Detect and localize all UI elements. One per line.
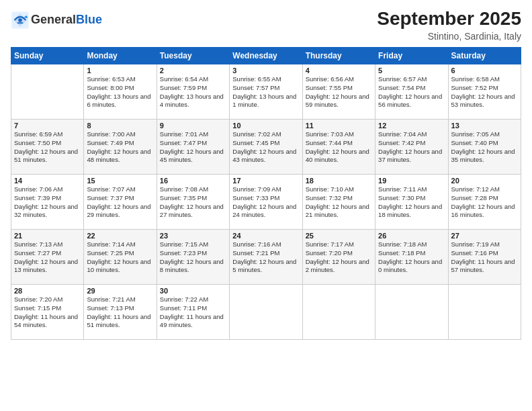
cell-date: 29 (87, 287, 153, 295)
day-header-wednesday: Wednesday (230, 48, 302, 64)
cell-date: 4 (306, 66, 372, 75)
calendar-cell: 14Sunrise: 7:06 AMSunset: 7:39 PMDayligh… (11, 175, 84, 230)
logo-text: GeneralBlue (31, 13, 102, 27)
main-title: September 2025 (377, 8, 521, 30)
cell-date: 20 (451, 177, 518, 185)
cell-date: 16 (160, 177, 226, 185)
cell-date: 28 (14, 287, 81, 295)
cell-info: Sunrise: 7:04 AMSunset: 7:42 PMDaylight:… (378, 130, 445, 165)
calendar-cell: 2Sunrise: 6:54 AMSunset: 7:59 PMDaylight… (157, 64, 229, 120)
calendar-cell: 8Sunrise: 7:00 AMSunset: 7:49 PMDaylight… (84, 120, 157, 175)
cell-info: Sunrise: 7:22 AMSunset: 7:11 PMDaylight:… (160, 295, 226, 330)
cell-date: 24 (232, 232, 299, 240)
cell-info: Sunrise: 6:55 AMSunset: 7:57 PMDaylight:… (232, 75, 299, 109)
cell-date: 27 (451, 232, 518, 240)
cell-info: Sunrise: 7:17 AMSunset: 7:20 PMDaylight:… (306, 240, 372, 275)
calendar-cell: 5Sunrise: 6:57 AMSunset: 7:54 PMDaylight… (375, 64, 448, 120)
calendar-body: 1Sunrise: 6:53 AMSunset: 8:00 PMDaylight… (11, 64, 521, 340)
day-header-saturday: Saturday (448, 48, 521, 64)
cell-date: 30 (160, 287, 226, 295)
cell-date: 23 (160, 232, 226, 240)
cell-info: Sunrise: 6:54 AMSunset: 7:59 PMDaylight:… (160, 75, 226, 109)
calendar-cell: 19Sunrise: 7:11 AMSunset: 7:30 PMDayligh… (375, 175, 448, 230)
cell-date: 11 (306, 122, 372, 130)
cell-info: Sunrise: 7:09 AMSunset: 7:33 PMDaylight:… (232, 185, 299, 220)
calendar-cell: 23Sunrise: 7:15 AMSunset: 7:23 PMDayligh… (157, 230, 229, 285)
cell-date: 5 (378, 66, 445, 75)
subtitle: Stintino, Sardinia, Italy (377, 31, 521, 42)
cell-info: Sunrise: 7:20 AMSunset: 7:15 PMDaylight:… (14, 295, 81, 330)
cell-info: Sunrise: 7:19 AMSunset: 7:16 PMDaylight:… (451, 240, 518, 275)
title-block: September 2025 Stintino, Sardinia, Italy (377, 8, 521, 42)
cell-date: 7 (14, 122, 81, 130)
calendar-cell: 27Sunrise: 7:19 AMSunset: 7:16 PMDayligh… (448, 230, 521, 285)
cell-date: 2 (160, 66, 226, 75)
calendar-cell: 21Sunrise: 7:13 AMSunset: 7:27 PMDayligh… (11, 230, 84, 285)
cell-date: 12 (378, 122, 445, 130)
calendar-cell: 24Sunrise: 7:16 AMSunset: 7:21 PMDayligh… (230, 230, 302, 285)
cell-info: Sunrise: 7:13 AMSunset: 7:27 PMDaylight:… (14, 240, 81, 275)
cell-info: Sunrise: 7:07 AMSunset: 7:37 PMDaylight:… (87, 185, 153, 220)
week-row-3: 14Sunrise: 7:06 AMSunset: 7:39 PMDayligh… (11, 175, 521, 230)
cell-info: Sunrise: 7:21 AMSunset: 7:13 PMDaylight:… (87, 295, 153, 330)
calendar-cell: 28Sunrise: 7:20 AMSunset: 7:15 PMDayligh… (11, 285, 84, 340)
cell-date: 17 (232, 177, 299, 185)
week-row-4: 21Sunrise: 7:13 AMSunset: 7:27 PMDayligh… (11, 230, 521, 285)
page: GeneralBlue September 2025 Stintino, Sar… (0, 0, 532, 411)
calendar-cell: 13Sunrise: 7:05 AMSunset: 7:40 PMDayligh… (448, 120, 521, 175)
week-row-1: 1Sunrise: 6:53 AMSunset: 8:00 PMDaylight… (11, 64, 521, 120)
calendar-cell: 25Sunrise: 7:17 AMSunset: 7:20 PMDayligh… (302, 230, 375, 285)
cell-info: Sunrise: 7:00 AMSunset: 7:49 PMDaylight:… (87, 130, 153, 165)
cell-date: 26 (378, 232, 445, 240)
cell-info: Sunrise: 7:15 AMSunset: 7:23 PMDaylight:… (160, 240, 226, 275)
cell-info: Sunrise: 7:18 AMSunset: 7:18 PMDaylight:… (378, 240, 445, 275)
day-header-tuesday: Tuesday (157, 48, 229, 64)
calendar-cell: 9Sunrise: 7:01 AMSunset: 7:47 PMDaylight… (157, 120, 229, 175)
day-header-thursday: Thursday (302, 48, 375, 64)
cell-date: 6 (451, 66, 518, 75)
calendar-cell: 10Sunrise: 7:02 AMSunset: 7:45 PMDayligh… (230, 120, 302, 175)
header: GeneralBlue September 2025 Stintino, Sar… (11, 8, 521, 42)
calendar-cell: 15Sunrise: 7:07 AMSunset: 7:37 PMDayligh… (84, 175, 157, 230)
calendar-cell (302, 285, 375, 340)
calendar-cell (230, 285, 302, 340)
calendar-cell: 12Sunrise: 7:04 AMSunset: 7:42 PMDayligh… (375, 120, 448, 175)
day-header-monday: Monday (84, 48, 157, 64)
cell-date: 19 (378, 177, 445, 185)
calendar-cell: 16Sunrise: 7:08 AMSunset: 7:35 PMDayligh… (157, 175, 229, 230)
day-header-sunday: Sunday (11, 48, 84, 64)
calendar-cell: 4Sunrise: 6:56 AMSunset: 7:55 PMDaylight… (302, 64, 375, 120)
logo-icon (11, 11, 30, 30)
cell-date: 22 (87, 232, 153, 240)
week-row-5: 28Sunrise: 7:20 AMSunset: 7:15 PMDayligh… (11, 285, 521, 340)
cell-info: Sunrise: 6:53 AMSunset: 8:00 PMDaylight:… (87, 75, 153, 109)
calendar-table: SundayMondayTuesdayWednesdayThursdayFrid… (11, 47, 521, 340)
cell-info: Sunrise: 6:58 AMSunset: 7:52 PMDaylight:… (451, 75, 518, 109)
calendar-cell: 3Sunrise: 6:55 AMSunset: 7:57 PMDaylight… (230, 64, 302, 120)
cell-info: Sunrise: 7:14 AMSunset: 7:25 PMDaylight:… (87, 240, 153, 275)
logo-blue: Blue (76, 13, 102, 26)
calendar-cell: 7Sunrise: 6:59 AMSunset: 7:50 PMDaylight… (11, 120, 84, 175)
calendar-cell: 26Sunrise: 7:18 AMSunset: 7:18 PMDayligh… (375, 230, 448, 285)
cell-info: Sunrise: 7:12 AMSunset: 7:28 PMDaylight:… (451, 185, 518, 220)
calendar-cell: 17Sunrise: 7:09 AMSunset: 7:33 PMDayligh… (230, 175, 302, 230)
calendar-cell (448, 285, 521, 340)
logo-general: General (31, 13, 76, 26)
cell-info: Sunrise: 7:08 AMSunset: 7:35 PMDaylight:… (160, 185, 226, 220)
cell-date: 21 (14, 232, 81, 240)
cell-info: Sunrise: 6:56 AMSunset: 7:55 PMDaylight:… (306, 75, 372, 109)
cell-info: Sunrise: 7:03 AMSunset: 7:44 PMDaylight:… (306, 130, 372, 165)
cell-date: 13 (451, 122, 518, 130)
calendar-cell: 18Sunrise: 7:10 AMSunset: 7:32 PMDayligh… (302, 175, 375, 230)
week-row-2: 7Sunrise: 6:59 AMSunset: 7:50 PMDaylight… (11, 120, 521, 175)
cell-info: Sunrise: 7:02 AMSunset: 7:45 PMDaylight:… (232, 130, 299, 165)
calendar-cell: 22Sunrise: 7:14 AMSunset: 7:25 PMDayligh… (84, 230, 157, 285)
cell-date: 8 (87, 122, 153, 130)
cell-date: 15 (87, 177, 153, 185)
cell-info: Sunrise: 7:10 AMSunset: 7:32 PMDaylight:… (306, 185, 372, 220)
calendar-cell: 30Sunrise: 7:22 AMSunset: 7:11 PMDayligh… (157, 285, 229, 340)
cell-date: 14 (14, 177, 81, 185)
cell-info: Sunrise: 7:06 AMSunset: 7:39 PMDaylight:… (14, 185, 81, 220)
cell-info: Sunrise: 7:11 AMSunset: 7:30 PMDaylight:… (378, 185, 445, 220)
cell-info: Sunrise: 6:59 AMSunset: 7:50 PMDaylight:… (14, 130, 81, 165)
